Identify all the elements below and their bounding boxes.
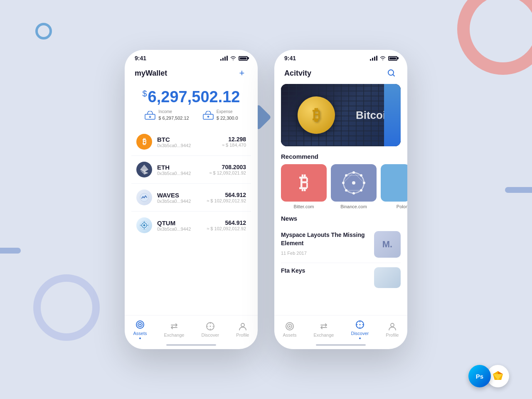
qtum-icon — [136, 217, 152, 233]
wallet-header: myWallet + — [125, 64, 258, 84]
news-item-1[interactable]: Myspace Layouts The Missing Element 11 F… — [281, 226, 401, 263]
news-title: News — [274, 215, 407, 226]
nav-discover-2[interactable]: Discover — [351, 320, 369, 339]
expense-value: $ 22,300.0 — [217, 116, 238, 121]
discover-label-1: Discover — [201, 332, 219, 337]
signal-icon-2 — [370, 56, 377, 61]
income-item: Income $ 6,297,502.12 — [144, 109, 189, 121]
assets-icon-2 — [285, 321, 295, 331]
crypto-item-waves[interactable]: WAVES 0x3b5ca0...9442 564.912 ≈ $ 102,09… — [131, 184, 251, 212]
qtum-name: QTUM — [157, 219, 202, 227]
bg-circle-blue — [35, 23, 52, 39]
status-icons-1 — [220, 55, 248, 62]
exchange-icon-2 — [319, 321, 329, 331]
btc-name: BTC — [157, 136, 217, 143]
phone-activity: 9:41 — [274, 50, 407, 349]
home-indicator-1 — [166, 344, 216, 346]
btc-values: 12.298 ≈ $ 184,470 — [222, 136, 246, 148]
recommend-card-bitter[interactable]: ₿ Bitter.com — [281, 164, 327, 209]
balance-amount: $6,297,502.12 — [135, 88, 248, 106]
nav-assets-2[interactable]: Assets — [283, 321, 297, 337]
svg-point-12 — [139, 324, 141, 325]
profile-icon-2 — [387, 321, 397, 331]
nav-exchange-1[interactable]: Exchange — [164, 321, 185, 337]
status-time-1: 9:41 — [135, 55, 146, 62]
btc-info: BTC 0x3b5ca0...9442 — [157, 136, 217, 148]
banner-blue-strip — [384, 84, 401, 146]
btc-coin-symbol: ₿ — [313, 106, 320, 124]
bitter-label: Bitter.com — [281, 204, 327, 209]
status-bar-1: 9:41 — [125, 50, 258, 64]
bitter-img: ₿ — [281, 164, 327, 202]
btc-icon: ₿ — [136, 134, 152, 150]
expense-item: Expense $ 22,300.0 — [202, 109, 238, 121]
profile-icon-1 — [238, 321, 248, 331]
nav-profile-2[interactable]: Profile — [386, 321, 399, 337]
phone-wallet: 9:41 — [125, 50, 258, 349]
crypto-list: ₿ BTC 0x3b5ca0...9442 12.298 ≈ $ 184,470 — [125, 128, 258, 315]
assets-dot-1 — [139, 337, 141, 339]
wifi-icon-2 — [379, 55, 386, 62]
waves-name: WAVES — [157, 192, 202, 199]
btc-usd: ≈ $ 184,470 — [222, 143, 246, 148]
bg-bar-left — [0, 248, 21, 254]
waves-addr: 0x3b5ca0...9442 — [157, 199, 202, 204]
svg-point-41 — [289, 325, 291, 327]
banner-coin: ₿ — [298, 96, 335, 134]
news-text-2: Fta Keys — [281, 267, 370, 274]
news-item-2[interactable]: Fta Keys — [281, 263, 401, 290]
recommend-card-polone[interactable]: Polone — [381, 164, 407, 209]
nav-profile-1[interactable]: Profile — [236, 321, 249, 337]
expense-label: Expense — [217, 109, 238, 114]
nav-discover-1[interactable]: Discover — [201, 321, 219, 337]
recommend-card-binance[interactable]: Binance.com — [331, 164, 377, 209]
expense-icon — [202, 111, 214, 120]
status-bar-2: 9:41 — [274, 50, 407, 64]
svg-point-44 — [391, 323, 394, 327]
ps-badge: Ps — [468, 365, 491, 387]
crypto-item-qtum[interactable]: QTUM 0x3b5ca0...9442 564.912 ≈ $ 102,092… — [131, 212, 251, 239]
waves-usd: ≈ $ 102,092,012.92 — [207, 198, 246, 203]
btc-amount: 12.298 — [222, 136, 246, 143]
svg-point-15 — [241, 323, 244, 327]
expense-text: Expense $ 22,300.0 — [217, 109, 238, 121]
battery-icon-1 — [239, 56, 248, 61]
ps-label: Ps — [476, 373, 483, 380]
income-label: Income — [158, 109, 189, 114]
news-title-1: Myspace Layouts The Missing Element — [281, 231, 370, 247]
news-title-2: Fta Keys — [281, 267, 370, 274]
discover-icon-1 — [205, 321, 215, 331]
waves-info: WAVES 0x3b5ca0...9442 — [157, 192, 202, 204]
crypto-item-btc[interactable]: ₿ BTC 0x3b5ca0...9442 12.298 ≈ $ 184,470 — [131, 128, 251, 156]
exchange-icon-1 — [169, 321, 179, 331]
news-section: Myspace Layouts The Missing Element 11 F… — [274, 226, 407, 290]
svg-point-5 — [143, 224, 145, 227]
svg-point-43 — [359, 324, 360, 325]
status-time-2: 9:41 — [284, 55, 296, 62]
sketch-icon — [492, 370, 504, 382]
income-value: $ 6,297,502.12 — [158, 116, 189, 121]
news-thumb-1: M. — [374, 231, 401, 258]
qtum-values: 564.912 ≈ $ 102,092,012.92 — [207, 219, 246, 231]
activity-header: Acitvity — [274, 64, 407, 84]
binance-geo-icon — [339, 168, 368, 197]
nav-assets-1[interactable]: Assets — [133, 320, 147, 339]
eth-name: ETH — [157, 164, 204, 171]
eth-usd: ≈ $ 12,092,021.92 — [209, 170, 246, 175]
crypto-item-eth[interactable]: ETH 0x3b5ca0...9442 708.2003 ≈ $ 12,092,… — [131, 156, 251, 184]
wifi-icon-1 — [230, 55, 236, 62]
eth-amount: 708.2003 — [209, 164, 246, 170]
news-date-1: 11 Feb 2017 — [281, 251, 370, 256]
income-expense: Income $ 6,297,502.12 Expense $ — [135, 109, 248, 121]
add-button[interactable]: + — [236, 67, 248, 79]
tool-badges: Ps — [468, 365, 509, 387]
qtum-usd: ≈ $ 102,092,012.92 — [207, 226, 246, 231]
search-button[interactable] — [386, 67, 397, 79]
signal-icon-1 — [220, 56, 228, 61]
qtum-addr: 0x3b5ca0...9442 — [157, 227, 202, 232]
nav-exchange-2[interactable]: Exchange — [314, 321, 334, 337]
recommend-scroll: ₿ Bitter.com — [274, 164, 407, 215]
activity-banner: ₿ Bitcoin — [281, 84, 401, 146]
btc-addr: 0x3b5ca0...9442 — [157, 143, 217, 148]
home-indicator-2 — [316, 344, 366, 346]
